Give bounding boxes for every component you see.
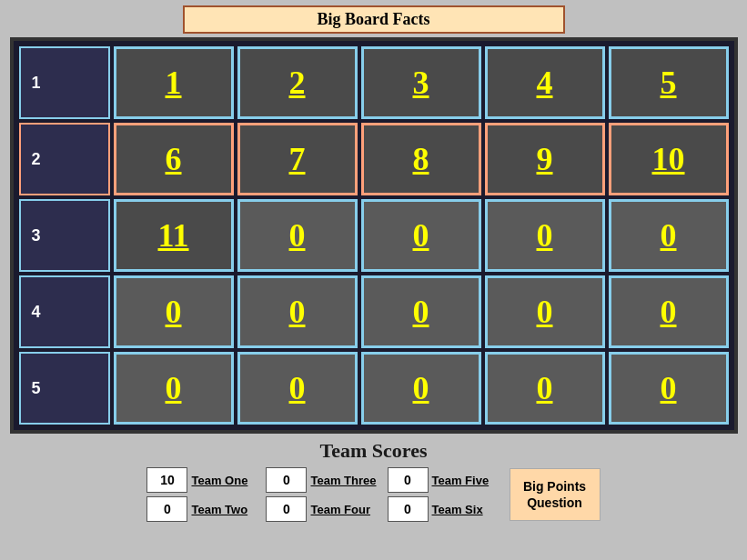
- question-cell-r3c0[interactable]: 0: [114, 275, 234, 348]
- team-name-team-four: Team Four: [310, 503, 374, 516]
- question-cell-r0c4[interactable]: 5: [609, 46, 729, 119]
- question-cell-r3c4[interactable]: 0: [609, 275, 729, 348]
- team-group-team-six: 0Team Six: [388, 496, 496, 522]
- question-cell-r1c0[interactable]: 6: [114, 123, 234, 195]
- question-cell-r4c4[interactable]: 0: [609, 352, 729, 425]
- score-team-three: 0: [266, 467, 307, 493]
- question-cell-r1c3[interactable]: 9: [485, 123, 605, 195]
- question-cell-r2c4[interactable]: 0: [609, 199, 729, 272]
- big-points-button[interactable]: Big Points Question: [510, 468, 601, 521]
- board-container: 11234526789103110000400000500000: [10, 37, 738, 434]
- question-cell-r2c1[interactable]: 0: [237, 199, 358, 272]
- scores-title: Team Scores: [0, 439, 747, 463]
- question-cell-r2c3[interactable]: 0: [485, 199, 605, 272]
- row-label-0: 1: [19, 46, 110, 119]
- score-team-six: 0: [388, 496, 429, 522]
- row-label-3: 4: [19, 275, 110, 348]
- team-name-team-six: Team Six: [432, 503, 496, 516]
- board-grid: 11234526789103110000400000500000: [19, 46, 729, 425]
- row-label-1: 2: [19, 123, 110, 195]
- score-team-five: 0: [388, 467, 429, 493]
- question-cell-r0c1[interactable]: 2: [237, 46, 358, 119]
- team-name-team-two: Team Two: [191, 503, 255, 516]
- question-cell-r0c0[interactable]: 1: [114, 46, 234, 119]
- scores-section: Team Scores 10Team One0Team Three0Team F…: [0, 439, 747, 522]
- team-group-team-three: 0Team Three: [266, 467, 376, 493]
- team-group-team-two: 0Team Two: [146, 496, 255, 522]
- score-team-two: 0: [146, 496, 187, 522]
- team-group-team-five: 0Team Five: [388, 467, 496, 493]
- question-cell-r1c2[interactable]: 8: [361, 123, 481, 195]
- row-label-4: 5: [19, 352, 110, 425]
- question-cell-r0c2[interactable]: 3: [361, 46, 481, 119]
- question-cell-r1c4[interactable]: 10: [609, 123, 729, 195]
- question-cell-r2c0[interactable]: 11: [114, 199, 234, 272]
- title-bar: Big Board Facts: [183, 5, 565, 34]
- question-cell-r3c2[interactable]: 0: [361, 275, 481, 348]
- question-cell-r3c3[interactable]: 0: [485, 275, 605, 348]
- team-name-team-one: Team One: [191, 474, 255, 487]
- score-team-four: 0: [266, 496, 307, 522]
- question-cell-r0c3[interactable]: 4: [485, 46, 605, 119]
- team-name-team-three: Team Three: [310, 474, 376, 487]
- question-cell-r1c1[interactable]: 7: [237, 123, 358, 195]
- question-cell-r4c1[interactable]: 0: [237, 352, 358, 425]
- question-cell-r4c0[interactable]: 0: [114, 352, 234, 425]
- team-group-team-four: 0Team Four: [266, 496, 376, 522]
- question-cell-r3c1[interactable]: 0: [237, 275, 358, 348]
- team-group-team-one: 10Team One: [146, 467, 255, 493]
- row-label-2: 3: [19, 199, 110, 272]
- question-cell-r4c2[interactable]: 0: [361, 352, 481, 425]
- team-name-team-five: Team Five: [432, 474, 496, 487]
- question-cell-r4c3[interactable]: 0: [485, 352, 605, 425]
- question-cell-r2c2[interactable]: 0: [361, 199, 481, 272]
- score-team-one: 10: [146, 467, 187, 493]
